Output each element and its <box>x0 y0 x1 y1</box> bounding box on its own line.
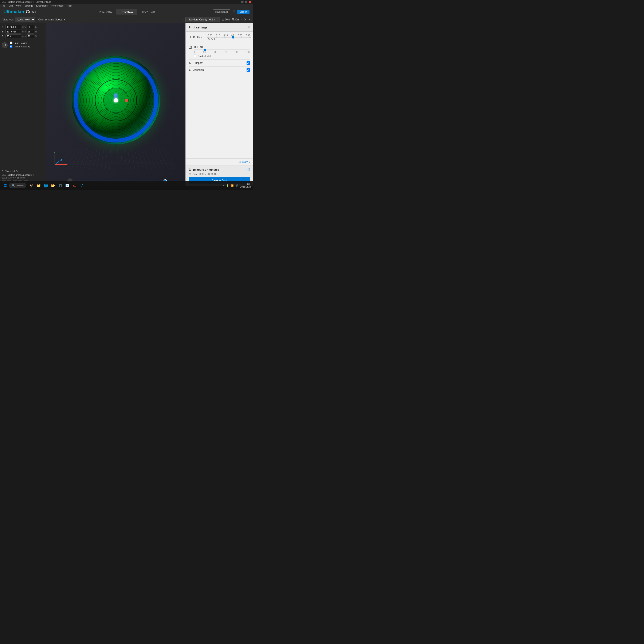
x-pct-input[interactable] <box>27 25 34 29</box>
search-icon: 🔍 <box>12 184 15 187</box>
adhesion-icon: ⬇ <box>241 18 243 21</box>
taskbar-app-6[interactable]: 🗂 <box>71 182 78 189</box>
profile-dot-0 <box>207 36 209 38</box>
x-input[interactable] <box>5 25 21 29</box>
taskbar-app-3[interactable]: 📂 <box>50 182 56 189</box>
menu-file[interactable]: File <box>2 4 5 7</box>
color-scheme-chevron[interactable]: ▾ <box>64 19 65 21</box>
menu-settings[interactable]: Settings <box>24 4 33 7</box>
support-setting-row: 🏗 Support <box>189 59 250 66</box>
taskbar-start-button[interactable] <box>2 182 8 188</box>
view-type-label: View type <box>3 18 13 21</box>
infill-content: Infill (%) 0 20 40 60 80 100 <box>194 45 250 57</box>
taskbar-volume[interactable]: 🔊 <box>236 184 238 187</box>
app-header: Ultimaker Cura PREPARE PREVIEW MONITOR M… <box>0 8 253 16</box>
tab-prepare[interactable]: PREPARE <box>95 9 116 15</box>
maximize-button[interactable] <box>245 1 247 3</box>
profile-dot-5 <box>249 36 251 38</box>
menu-extensions[interactable]: Extensions <box>36 4 48 7</box>
marketplace-button[interactable]: Marketplace <box>213 9 230 14</box>
view-type-dropdown[interactable]: Layer view Solid view <box>15 17 35 22</box>
taskbar-app-4[interactable]: 🎵 <box>57 182 63 189</box>
sign-in-button[interactable]: Sign In <box>237 10 250 14</box>
x-field-row: X mm % <box>2 25 44 29</box>
custom-button[interactable]: Custom › <box>239 160 250 164</box>
adhesion-indicator: ⬇ On <box>241 18 247 21</box>
menu-view[interactable]: View <box>16 4 21 7</box>
y-pct-input[interactable] <box>27 30 34 34</box>
color-scheme-label: Color scheme <box>38 18 54 21</box>
inner-circle-large <box>95 79 137 121</box>
profile-val-5: 0.32 <box>246 34 250 36</box>
infill-scale-1: 20 <box>203 51 206 53</box>
profile-thumb[interactable] <box>232 36 234 39</box>
taskbar-app-7[interactable]: C <box>79 182 85 189</box>
profile-val-2: 0.16 <box>224 34 228 36</box>
object-item[interactable]: CE3_captain america sheild v4 <box>2 173 44 177</box>
support-setting-label: Support <box>194 62 244 64</box>
window-controls: − <box>241 1 251 3</box>
z-input[interactable] <box>5 34 21 38</box>
minimize-button[interactable]: − <box>241 1 244 3</box>
menu-preferences[interactable]: Preferences <box>51 4 63 7</box>
close-button[interactable] <box>249 1 251 3</box>
custom-arrow: › <box>249 160 250 164</box>
main-content: X mm % Y mm % Z mm % <box>0 23 253 186</box>
infill-value: 20% <box>225 18 230 21</box>
infill-thumb[interactable] <box>204 49 206 51</box>
profile-val-4: 0.28 <box>238 34 242 36</box>
profiles-label: Profiles <box>193 36 206 39</box>
snap-scaling-checkbox[interactable] <box>10 42 12 44</box>
custom-label: Custom <box>239 160 248 164</box>
infill-slider-track[interactable] <box>194 50 250 50</box>
infill-scale-0: 0 <box>194 51 195 53</box>
y-unit: mm <box>22 31 26 33</box>
y-pct: % <box>35 31 37 33</box>
uniform-scaling-checkbox[interactable] <box>10 45 12 48</box>
uniform-scaling-label: Uniform Scaling <box>14 45 30 48</box>
window-title: CE3_captain america sheild v4 - Ultimake… <box>2 1 51 3</box>
z-field-row: Z mm % <box>2 34 44 38</box>
grid-icon[interactable]: ⊞ <box>232 10 235 14</box>
taskbar-app-2[interactable]: 📁 <box>36 182 42 189</box>
toolbar-chevron[interactable]: ▾ <box>249 19 250 21</box>
tab-monitor[interactable]: MONITOR <box>138 9 159 15</box>
taskbar-arrow[interactable]: ∧ <box>223 184 224 187</box>
snap-scaling-option: Snap Scaling <box>10 42 30 44</box>
taskbar-app-5[interactable]: 📧 <box>64 182 71 189</box>
axis-indicator <box>53 150 70 167</box>
object-list-arrow[interactable]: ∧ <box>2 170 3 172</box>
menu-edit[interactable]: Edit <box>9 4 13 7</box>
support-checkbox[interactable] <box>247 61 250 65</box>
reset-button[interactable]: ↺ <box>2 42 8 48</box>
taskbar-apps: 🦅 📁 🌐 📂 🎵 📧 🗂 C <box>28 182 85 189</box>
taskbar: 🔍 Search 🦅 📁 🌐 📂 🎵 📧 🗂 C ∧ 🔋 📶 🔊 19:31 2… <box>0 181 253 190</box>
support-setting-icon: 🏗 <box>189 61 192 65</box>
quality-button[interactable]: Standard Quality - 0.2mm <box>185 17 220 22</box>
object-list-header: ∧ Object list ✎ <box>2 170 44 172</box>
viewport[interactable]: ▶ <box>46 23 185 186</box>
profile-track[interactable] <box>208 37 250 38</box>
support-icon: 🏗 <box>232 18 235 21</box>
print-time-value: 18 hours 37 minutes <box>193 168 219 171</box>
center-dot <box>114 98 118 102</box>
infill-indicator: ⊠ 20% <box>222 18 230 21</box>
z-pct-input[interactable] <box>27 34 34 38</box>
taskbar-app-1[interactable]: 🦅 <box>28 182 35 189</box>
adhesion-checkbox[interactable] <box>247 68 250 72</box>
object-list-edit-icon: ✎ <box>16 170 18 172</box>
taskbar-search-box[interactable]: 🔍 Search <box>9 183 26 188</box>
taskbar-time[interactable]: 19:31 2023/12/28 <box>240 183 251 188</box>
profiles-icon: ↺ <box>189 36 191 39</box>
gradual-infill-checkbox[interactable] <box>194 55 196 57</box>
taskbar-app-edge[interactable]: 🌐 <box>43 182 49 189</box>
z-unit: mm <box>22 35 26 38</box>
taskbar-time-value: 19:31 <box>240 183 251 185</box>
adhesion-setting-label: Adhesion <box>193 68 244 71</box>
search-placeholder: Search <box>16 184 24 187</box>
info-icon[interactable]: ⓘ <box>247 168 250 172</box>
close-settings-button[interactable]: × <box>248 25 250 29</box>
tab-preview[interactable]: PREVIEW <box>116 9 137 15</box>
y-input[interactable] <box>5 30 21 34</box>
menu-help[interactable]: Help <box>67 4 72 7</box>
